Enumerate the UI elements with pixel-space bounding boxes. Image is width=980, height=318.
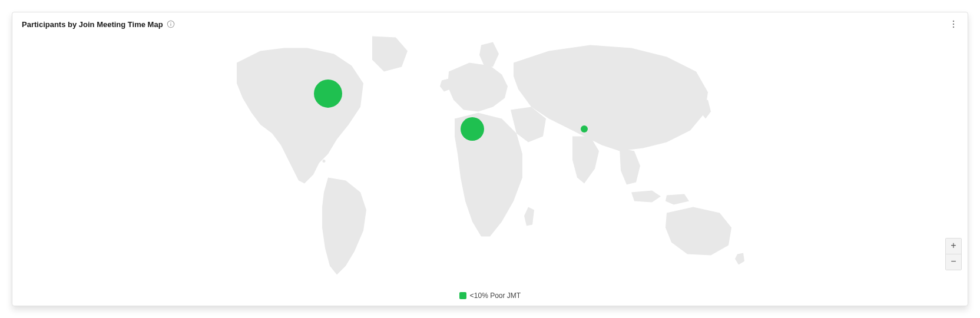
svg-point-2 xyxy=(953,21,954,22)
card-title: Participants by Join Meeting Time Map xyxy=(22,20,163,29)
map-marker[interactable] xyxy=(461,117,484,141)
svg-point-5 xyxy=(314,157,318,160)
svg-point-6 xyxy=(323,160,326,163)
map-marker[interactable] xyxy=(581,125,588,132)
svg-point-3 xyxy=(953,24,954,25)
map-marker[interactable] xyxy=(314,80,342,108)
map-card: Participants by Join Meeting Time Map xyxy=(12,12,968,306)
info-icon[interactable] xyxy=(167,20,175,28)
zoom-out-button[interactable]: − xyxy=(946,254,961,270)
world-map[interactable]: + − xyxy=(12,36,968,288)
zoom-in-button[interactable]: + xyxy=(946,238,961,254)
card-header: Participants by Join Meeting Time Map xyxy=(22,19,958,29)
svg-point-1 xyxy=(170,22,171,23)
zoom-controls: + − xyxy=(945,238,962,270)
legend-swatch xyxy=(459,292,466,299)
title-wrap: Participants by Join Meeting Time Map xyxy=(22,20,175,29)
more-options-icon[interactable] xyxy=(949,19,958,29)
map-legend: <10% Poor JMT xyxy=(12,292,968,300)
legend-label: <10% Poor JMT xyxy=(470,292,521,300)
svg-point-4 xyxy=(953,26,954,28)
